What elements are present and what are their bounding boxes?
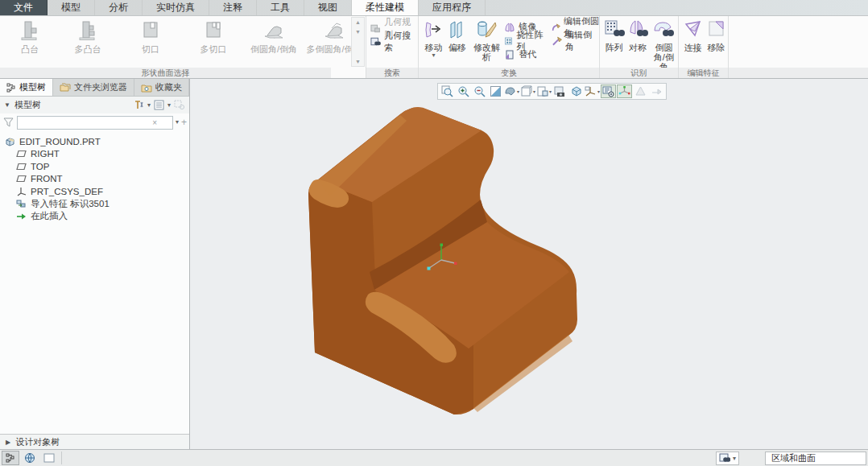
perspective-button[interactable]: [633, 85, 648, 98]
cut-icon: [138, 19, 163, 42]
zoom-refit-button[interactable]: [440, 85, 455, 98]
x-axis-tip: [454, 262, 457, 266]
shading-style-caret-icon[interactable]: ▾: [517, 89, 519, 95]
graphics-area[interactable]: ▾ ▾ ▾ ▾: [191, 79, 868, 449]
ribbon-group-scrollbar[interactable]: ▲ ▼ ▼: [351, 17, 365, 67]
attach-button[interactable]: 连接: [681, 16, 705, 52]
clear-search-icon[interactable]: ×: [152, 118, 157, 127]
tab-view[interactable]: 视图: [304, 0, 352, 15]
tab-analysis[interactable]: 分析: [95, 0, 143, 15]
tree-columns-caret-icon[interactable]: ▾: [167, 102, 171, 109]
zoom-in-button[interactable]: [456, 85, 471, 98]
round-chamfer-recognize-icon: [653, 19, 674, 40]
menu-tab-bar: 文件 模型 分析 实时仿真 注释 工具 视图 柔性建模 应用程序: [0, 0, 868, 16]
add-filter-icon[interactable]: +: [181, 117, 187, 128]
repaint-button[interactable]: [488, 85, 503, 98]
tab-live-sim[interactable]: 实时仿真: [143, 0, 209, 15]
tree-item-csys-label: PRT_CSYS_DEF: [31, 187, 103, 196]
zoom-out-button[interactable]: [472, 85, 487, 98]
display-style-button[interactable]: ▾: [520, 85, 535, 98]
tree-item-import-feature[interactable]: 导入特征 标识3501: [0, 198, 189, 211]
remove-button[interactable]: 移除: [705, 16, 728, 52]
tab-favorites[interactable]: 收藏夹: [134, 79, 189, 96]
design-tree-footer[interactable]: ▶ 设计对象树: [0, 434, 189, 449]
edit-chamfer-label: 编辑倒角: [565, 29, 599, 53]
model-edit-round-part[interactable]: [308, 107, 577, 414]
tree-item-part[interactable]: EDIT_ROUND.PRT: [0, 135, 189, 148]
saved-orientations-button[interactable]: ▾: [536, 85, 552, 98]
search-options-caret-icon[interactable]: ▾: [176, 119, 179, 126]
geometry-search-button[interactable]: 几何搜索: [370, 35, 418, 48]
find-caret-icon[interactable]: ▾: [733, 456, 736, 462]
tab-file[interactable]: 文件: [0, 0, 48, 15]
tree-item-csys[interactable]: PRT_CSYS_DEF: [0, 185, 189, 198]
tab-annotate[interactable]: 注释: [209, 0, 257, 15]
model-tree-collapse-icon[interactable]: ▼: [4, 101, 10, 109]
pattern-recognize-icon: [604, 19, 625, 40]
substitute-button[interactable]: 替代: [504, 47, 544, 61]
tree-search-input[interactable]: [17, 116, 173, 130]
find-button[interactable]: ▾: [716, 452, 739, 465]
view-manager-button[interactable]: [568, 85, 584, 98]
flexible-pattern-button[interactable]: 挠性阵列: [504, 34, 544, 47]
display-style-caret-icon[interactable]: ▾: [533, 89, 535, 95]
group-label-recognize: 识别: [600, 68, 678, 78]
move-button[interactable]: 移动 ▾: [422, 16, 445, 59]
scroll-down-icon[interactable]: ▼: [352, 59, 364, 64]
symmetry-recognize-button[interactable]: 对称: [626, 16, 649, 52]
capture-button[interactable]: [552, 85, 568, 98]
pattern-recognize-button[interactable]: 阵列: [602, 16, 626, 52]
tree-item-right-plane[interactable]: RIGHT: [0, 148, 189, 161]
tree-filters-caret-icon[interactable]: ▾: [147, 102, 151, 109]
tree-filters-icon: [134, 100, 144, 110]
clipping-button[interactable]: [649, 85, 664, 98]
round-chamfer-button[interactable]: 倒圆角/倒角: [245, 16, 303, 54]
tab-model[interactable]: 模型: [48, 0, 95, 15]
edit-chamfer-button[interactable]: 编辑倒角: [552, 34, 599, 47]
tree-settings-button[interactable]: [174, 100, 185, 110]
model-viewport[interactable]: [191, 79, 868, 449]
tree-item-front-plane[interactable]: FRONT: [0, 173, 189, 186]
multi-round-chamfer-icon: [322, 19, 346, 42]
scroll-mid-icon[interactable]: ▼: [352, 29, 364, 35]
tree-columns-button[interactable]: [154, 100, 164, 110]
shading-style-button[interactable]: ▾: [504, 85, 519, 98]
selection-filter[interactable]: 区域和曲面: [765, 452, 866, 465]
tab-model-tree[interactable]: 模型树: [0, 79, 53, 96]
offset-icon: [447, 19, 468, 40]
z-axis-tip: [428, 267, 431, 270]
transform-column-1: 镜像 挠性阵列 替代: [504, 16, 544, 61]
multi-boss-button[interactable]: 多凸台: [56, 16, 119, 54]
substitute-label: 替代: [519, 48, 536, 60]
offset-label: 偏移: [448, 43, 466, 52]
multi-cut-button[interactable]: 多切口: [182, 16, 245, 54]
cut-label: 切口: [142, 44, 159, 54]
tree-filters-button[interactable]: [134, 100, 144, 110]
toggle-browser-button[interactable]: [21, 451, 39, 465]
tab-applications[interactable]: 应用程序: [419, 0, 486, 15]
design-tree-expand-icon[interactable]: ▶: [6, 439, 10, 446]
move-caret-icon[interactable]: ▾: [432, 52, 436, 59]
design-tree-label: 设计对象树: [15, 436, 60, 448]
saved-orientations-caret-icon[interactable]: ▾: [549, 89, 552, 95]
spin-center-button[interactable]: [617, 85, 632, 98]
annotation-display-button[interactable]: [601, 85, 616, 98]
datum-display-caret-icon[interactable]: ▾: [597, 89, 600, 95]
scroll-up-icon[interactable]: ▲: [352, 19, 364, 25]
offset-button[interactable]: 偏移: [445, 16, 469, 52]
tree-item-top-plane[interactable]: TOP: [0, 160, 189, 173]
tab-flexible-modeling[interactable]: 柔性建模: [352, 0, 419, 15]
tab-tools[interactable]: 工具: [257, 0, 304, 15]
multi-cut-label: 多切口: [200, 44, 227, 54]
cut-button[interactable]: 切口: [119, 16, 182, 54]
favorites-tab-label: 收藏夹: [155, 81, 182, 93]
toggle-fullscreen-button[interactable]: [40, 451, 58, 465]
modify-analytic-button[interactable]: 修改解析: [469, 16, 504, 62]
datum-plane-icon: [16, 163, 27, 171]
tree-item-insert-here[interactable]: 在此插入: [0, 210, 189, 223]
tree-settings-icon: [174, 100, 185, 110]
tab-folder-browser[interactable]: 文件夹浏览器: [53, 79, 134, 96]
datum-display-button[interactable]: ▾: [585, 85, 600, 98]
boss-button[interactable]: 凸台: [3, 16, 56, 54]
toggle-navigator-button[interactable]: [2, 451, 19, 465]
